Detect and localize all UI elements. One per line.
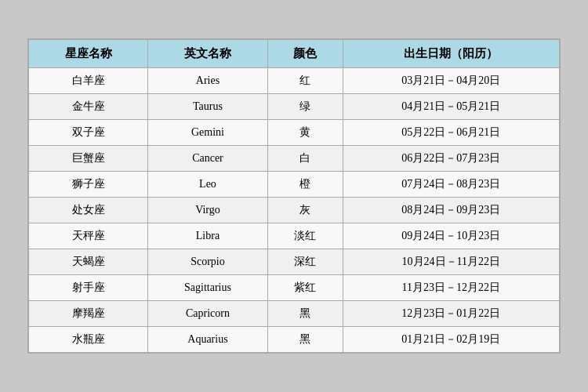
table-row: 白羊座Aries红03月21日－04月20日 — [29, 68, 560, 94]
table-body: 白羊座Aries红03月21日－04月20日金牛座Taurus绿04月21日－0… — [29, 68, 560, 353]
cell-chinese-name: 巨蟹座 — [29, 146, 148, 172]
cell-color: 橙 — [267, 172, 343, 198]
cell-color: 绿 — [267, 94, 343, 120]
header-english-name: 英文名称 — [148, 40, 267, 68]
cell-chinese-name: 狮子座 — [29, 172, 148, 198]
cell-dates: 09月24日－10月23日 — [343, 223, 559, 249]
table-row: 天蝎座Scorpio深红10月24日－11月22日 — [29, 249, 560, 275]
table-row: 水瓶座Aquarius黑01月21日－02月19日 — [29, 327, 560, 353]
zodiac-table-container: 星座名称 英文名称 颜色 出生日期（阳历） 白羊座Aries红03月21日－04… — [27, 38, 561, 354]
cell-chinese-name: 天蝎座 — [29, 249, 148, 275]
cell-dates: 06月22日－07月23日 — [343, 146, 559, 172]
table-row: 金牛座Taurus绿04月21日－05月21日 — [29, 94, 560, 120]
header-birth-date: 出生日期（阳历） — [343, 40, 559, 68]
cell-dates: 01月21日－02月19日 — [343, 327, 559, 353]
cell-dates: 04月21日－05月21日 — [343, 94, 559, 120]
cell-dates: 12月23日－01月22日 — [343, 301, 559, 327]
cell-color: 紫红 — [267, 275, 343, 301]
cell-color: 红 — [267, 68, 343, 94]
cell-color: 灰 — [267, 198, 343, 223]
cell-english-name: Taurus — [148, 94, 267, 120]
cell-chinese-name: 金牛座 — [29, 94, 148, 120]
cell-english-name: Aquarius — [148, 327, 267, 353]
cell-chinese-name: 射手座 — [29, 275, 148, 301]
cell-dates: 07月24日－08月23日 — [343, 172, 559, 198]
cell-chinese-name: 白羊座 — [29, 68, 148, 94]
table-row: 处女座Virgo灰08月24日－09月23日 — [29, 198, 560, 223]
table-row: 巨蟹座Cancer白06月22日－07月23日 — [29, 146, 560, 172]
header-color: 颜色 — [267, 40, 343, 68]
cell-english-name: Sagittarius — [148, 275, 267, 301]
cell-color: 黑 — [267, 327, 343, 353]
table-row: 双子座Gemini黄05月22日－06月21日 — [29, 120, 560, 146]
cell-dates: 05月22日－06月21日 — [343, 120, 559, 146]
cell-dates: 03月21日－04月20日 — [343, 68, 559, 94]
cell-english-name: Cancer — [148, 146, 267, 172]
cell-chinese-name: 天秤座 — [29, 223, 148, 249]
cell-chinese-name: 双子座 — [29, 120, 148, 146]
cell-color: 黄 — [267, 120, 343, 146]
cell-english-name: Capricorn — [148, 301, 267, 327]
cell-dates: 10月24日－11月22日 — [343, 249, 559, 275]
cell-dates: 08月24日－09月23日 — [343, 198, 559, 223]
cell-dates: 11月23日－12月22日 — [343, 275, 559, 301]
cell-color: 深红 — [267, 249, 343, 275]
table-row: 射手座Sagittarius紫红11月23日－12月22日 — [29, 275, 560, 301]
cell-chinese-name: 水瓶座 — [29, 327, 148, 353]
header-chinese-name: 星座名称 — [29, 40, 148, 68]
table-header-row: 星座名称 英文名称 颜色 出生日期（阳历） — [29, 40, 560, 68]
cell-english-name: Libra — [148, 223, 267, 249]
cell-chinese-name: 处女座 — [29, 198, 148, 223]
cell-english-name: Gemini — [148, 120, 267, 146]
table-row: 摩羯座Capricorn黑12月23日－01月22日 — [29, 301, 560, 327]
cell-english-name: Virgo — [148, 198, 267, 223]
table-row: 天秤座Libra淡红09月24日－10月23日 — [29, 223, 560, 249]
cell-chinese-name: 摩羯座 — [29, 301, 148, 327]
cell-color: 淡红 — [267, 223, 343, 249]
zodiac-table: 星座名称 英文名称 颜色 出生日期（阳历） 白羊座Aries红03月21日－04… — [28, 39, 560, 353]
cell-english-name: Aries — [148, 68, 267, 94]
cell-english-name: Leo — [148, 172, 267, 198]
table-row: 狮子座Leo橙07月24日－08月23日 — [29, 172, 560, 198]
cell-color: 白 — [267, 146, 343, 172]
cell-color: 黑 — [267, 301, 343, 327]
cell-english-name: Scorpio — [148, 249, 267, 275]
